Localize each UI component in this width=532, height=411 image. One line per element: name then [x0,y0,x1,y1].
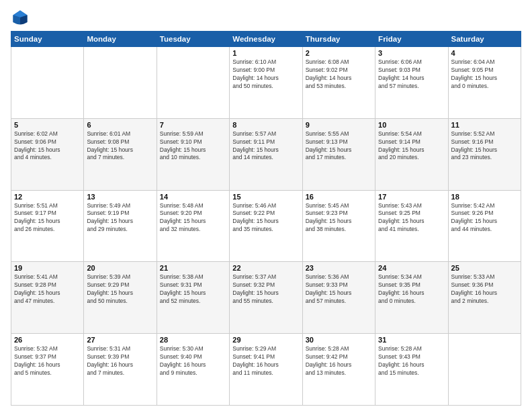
day-cell: 4Sunrise: 6:04 AM Sunset: 9:05 PM Daylig… [448,47,521,119]
day-cell: 31Sunrise: 5:28 AM Sunset: 9:43 PM Dayli… [375,334,448,406]
day-cell: 25Sunrise: 5:33 AM Sunset: 9:36 PM Dayli… [448,262,521,334]
day-cell: 3Sunrise: 6:06 AM Sunset: 9:03 PM Daylig… [375,47,448,119]
day-info: Sunrise: 5:57 AM Sunset: 9:11 PM Dayligh… [232,130,299,163]
day-number: 23 [306,264,372,272]
day-info: Sunrise: 5:34 AM Sunset: 9:35 PM Dayligh… [378,273,445,306]
day-number: 7 [160,121,226,129]
day-cell: 10Sunrise: 5:54 AM Sunset: 9:14 PM Dayli… [375,118,448,190]
day-number: 26 [14,336,81,344]
day-number: 25 [451,264,518,272]
day-info: Sunrise: 5:37 AM Sunset: 9:32 PM Dayligh… [232,273,299,306]
day-info: Sunrise: 5:28 AM Sunset: 9:43 PM Dayligh… [378,345,445,377]
day-number: 18 [451,193,518,201]
day-number: 12 [14,193,81,201]
week-row-1: 1Sunrise: 6:10 AM Sunset: 9:00 PM Daylig… [11,47,521,119]
day-info: Sunrise: 5:38 AM Sunset: 9:31 PM Dayligh… [160,273,226,306]
day-number: 6 [87,121,153,129]
day-number: 22 [232,264,299,272]
header-row: SundayMondayTuesdayWednesdayThursdayFrid… [11,32,521,47]
day-cell: 2Sunrise: 6:08 AM Sunset: 9:02 PM Daylig… [302,47,375,119]
day-info: Sunrise: 6:04 AM Sunset: 9:05 PM Dayligh… [451,58,518,91]
day-info: Sunrise: 5:30 AM Sunset: 9:40 PM Dayligh… [160,345,226,377]
day-cell: 18Sunrise: 5:42 AM Sunset: 9:26 PM Dayli… [448,190,521,262]
header-cell-sunday: Sunday [11,32,84,47]
day-number: 14 [160,193,226,201]
day-info: Sunrise: 5:55 AM Sunset: 9:13 PM Dayligh… [306,130,372,163]
day-cell: 12Sunrise: 5:51 AM Sunset: 9:17 PM Dayli… [11,190,84,262]
day-cell: 26Sunrise: 5:32 AM Sunset: 9:37 PM Dayli… [11,334,84,406]
week-row-3: 12Sunrise: 5:51 AM Sunset: 9:17 PM Dayli… [11,190,521,262]
day-cell: 13Sunrise: 5:49 AM Sunset: 9:19 PM Dayli… [84,190,157,262]
day-number: 2 [306,49,372,57]
day-cell: 16Sunrise: 5:45 AM Sunset: 9:23 PM Dayli… [302,190,375,262]
day-cell: 27Sunrise: 5:31 AM Sunset: 9:39 PM Dayli… [84,334,157,406]
day-cell: 8Sunrise: 5:57 AM Sunset: 9:11 PM Daylig… [230,118,302,190]
day-cell: 1Sunrise: 6:10 AM Sunset: 9:00 PM Daylig… [230,47,302,119]
day-info: Sunrise: 6:01 AM Sunset: 9:08 PM Dayligh… [87,130,153,163]
day-number: 19 [14,264,81,272]
day-number: 21 [160,264,226,272]
day-info: Sunrise: 5:43 AM Sunset: 9:25 PM Dayligh… [378,202,445,234]
day-cell: 6Sunrise: 6:01 AM Sunset: 9:08 PM Daylig… [84,118,157,190]
day-number: 29 [232,336,299,344]
header-cell-wednesday: Wednesday [230,32,302,47]
day-info: Sunrise: 5:39 AM Sunset: 9:29 PM Dayligh… [87,273,153,306]
week-row-5: 26Sunrise: 5:32 AM Sunset: 9:37 PM Dayli… [11,334,521,406]
day-cell [157,47,229,119]
logo [11,8,32,27]
day-number: 16 [306,193,372,201]
day-info: Sunrise: 5:42 AM Sunset: 9:26 PM Dayligh… [451,202,518,234]
day-info: Sunrise: 6:06 AM Sunset: 9:03 PM Dayligh… [378,58,445,91]
day-info: Sunrise: 5:54 AM Sunset: 9:14 PM Dayligh… [378,130,445,163]
day-number: 4 [451,49,518,57]
day-cell: 9Sunrise: 5:55 AM Sunset: 9:13 PM Daylig… [302,118,375,190]
day-number: 20 [87,264,153,272]
calendar-body: 1Sunrise: 6:10 AM Sunset: 9:00 PM Daylig… [11,47,521,406]
day-info: Sunrise: 5:49 AM Sunset: 9:19 PM Dayligh… [87,202,153,234]
day-number: 10 [378,121,445,129]
day-number: 5 [14,121,81,129]
day-info: Sunrise: 6:08 AM Sunset: 9:02 PM Dayligh… [306,58,372,91]
day-number: 11 [451,121,518,129]
day-info: Sunrise: 5:29 AM Sunset: 9:41 PM Dayligh… [232,345,299,377]
day-number: 28 [160,336,226,344]
header-cell-monday: Monday [84,32,157,47]
day-cell: 19Sunrise: 5:41 AM Sunset: 9:28 PM Dayli… [11,262,84,334]
header-cell-friday: Friday [375,32,448,47]
day-number: 13 [87,193,153,201]
day-cell: 21Sunrise: 5:38 AM Sunset: 9:31 PM Dayli… [157,262,229,334]
day-info: Sunrise: 5:51 AM Sunset: 9:17 PM Dayligh… [14,202,81,234]
day-info: Sunrise: 5:28 AM Sunset: 9:42 PM Dayligh… [306,345,372,377]
day-cell [448,334,521,406]
day-number: 3 [378,49,445,57]
header-cell-thursday: Thursday [302,32,375,47]
day-cell [11,47,84,119]
day-number: 1 [232,49,299,57]
day-cell: 20Sunrise: 5:39 AM Sunset: 9:29 PM Dayli… [84,262,157,334]
page: SundayMondayTuesdayWednesdayThursdayFrid… [0,0,532,411]
week-row-4: 19Sunrise: 5:41 AM Sunset: 9:28 PM Dayli… [11,262,521,334]
day-number: 24 [378,264,445,272]
header [11,8,521,27]
day-info: Sunrise: 5:41 AM Sunset: 9:28 PM Dayligh… [14,273,81,306]
day-cell: 17Sunrise: 5:43 AM Sunset: 9:25 PM Dayli… [375,190,448,262]
day-cell: 11Sunrise: 5:52 AM Sunset: 9:16 PM Dayli… [448,118,521,190]
day-cell: 24Sunrise: 5:34 AM Sunset: 9:35 PM Dayli… [375,262,448,334]
day-number: 8 [232,121,299,129]
day-info: Sunrise: 5:31 AM Sunset: 9:39 PM Dayligh… [87,345,153,377]
header-cell-saturday: Saturday [448,32,521,47]
day-info: Sunrise: 5:36 AM Sunset: 9:33 PM Dayligh… [306,273,372,306]
day-info: Sunrise: 6:02 AM Sunset: 9:06 PM Dayligh… [14,130,81,163]
day-cell: 5Sunrise: 6:02 AM Sunset: 9:06 PM Daylig… [11,118,84,190]
day-cell: 29Sunrise: 5:29 AM Sunset: 9:41 PM Dayli… [230,334,302,406]
day-cell: 30Sunrise: 5:28 AM Sunset: 9:42 PM Dayli… [302,334,375,406]
day-info: Sunrise: 5:46 AM Sunset: 9:22 PM Dayligh… [232,202,299,234]
day-number: 30 [306,336,372,344]
day-info: Sunrise: 5:45 AM Sunset: 9:23 PM Dayligh… [306,202,372,234]
day-cell: 15Sunrise: 5:46 AM Sunset: 9:22 PM Dayli… [230,190,302,262]
day-info: Sunrise: 5:33 AM Sunset: 9:36 PM Dayligh… [451,273,518,306]
day-number: 27 [87,336,153,344]
logo-icon [11,8,30,27]
week-row-2: 5Sunrise: 6:02 AM Sunset: 9:06 PM Daylig… [11,118,521,190]
day-info: Sunrise: 5:59 AM Sunset: 9:10 PM Dayligh… [160,130,226,163]
